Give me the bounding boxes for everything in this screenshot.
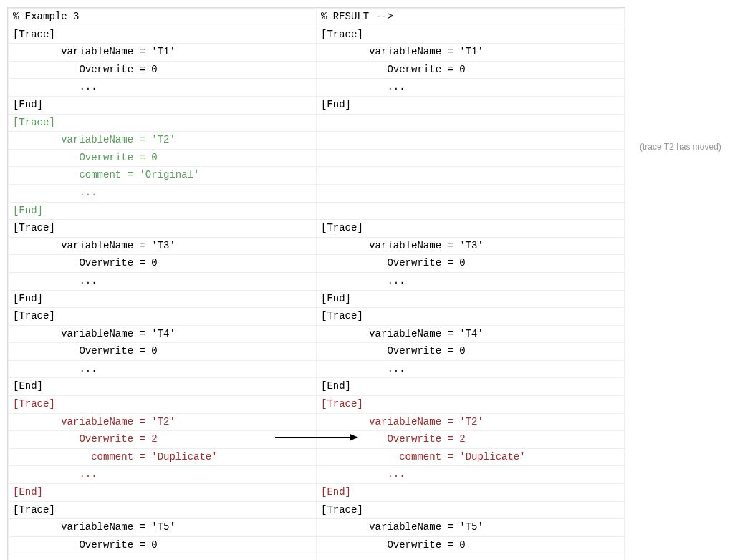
right-cell: [End] <box>317 484 625 502</box>
left-cell: [End] <box>9 96 317 114</box>
left-cell: [End] <box>9 484 317 502</box>
left-cell: Overwrite = 0 <box>9 255 317 273</box>
diff-row: Overwrite = 2 Overwrite = 2 <box>9 431 625 449</box>
diff-row: comment = 'Original' <box>9 167 625 185</box>
left-cell: [End] <box>9 202 317 220</box>
diff-row: ... ... <box>9 554 625 560</box>
right-cell: variableName = 'T1' <box>317 44 625 62</box>
left-cell: comment = 'Original' <box>9 167 317 185</box>
diff-row: [Trace][Trace] <box>9 220 625 238</box>
right-cell: variableName = 'T4' <box>317 325 625 343</box>
right-cell: ... <box>317 360 625 378</box>
left-cell: ... <box>9 184 317 202</box>
right-cell: Overwrite = 0 <box>317 255 625 273</box>
left-cell: ... <box>9 554 317 560</box>
diff-row: Overwrite = 0 Overwrite = 0 <box>9 536 625 554</box>
right-cell <box>317 149 625 167</box>
diff-row: [Trace][Trace] <box>9 501 625 519</box>
right-cell: Overwrite = 0 <box>317 61 625 79</box>
left-cell: Overwrite = 0 <box>9 536 317 554</box>
diff-row: ... ... <box>9 360 625 378</box>
diff-row: variableName = 'T2' <box>9 132 625 150</box>
left-cell: ... <box>9 79 317 97</box>
diff-row: [Trace][Trace] <box>9 396 625 414</box>
left-cell: [Trace] <box>9 26 317 44</box>
left-cell: variableName = 'T4' <box>9 325 317 343</box>
diff-row: [Trace][Trace] <box>9 26 625 44</box>
right-cell: ... <box>317 79 625 97</box>
right-cell <box>317 167 625 185</box>
right-cell: ... <box>317 466 625 484</box>
diff-row: ... <box>9 184 625 202</box>
left-cell: [Trace] <box>9 114 317 132</box>
right-cell: Overwrite = 0 <box>317 343 625 361</box>
diff-row: Overwrite = 0 Overwrite = 0 <box>9 61 625 79</box>
right-cell: % RESULT --> <box>317 9 625 26</box>
left-cell: [Trace] <box>9 501 317 519</box>
diff-row: ... ... <box>9 466 625 484</box>
diff-row: [End][End] <box>9 378 625 396</box>
left-cell: [End] <box>9 290 317 308</box>
right-cell: [End] <box>317 378 625 396</box>
left-cell: Overwrite = 0 <box>9 61 317 79</box>
left-cell: variableName = 'T1' <box>9 44 317 62</box>
diff-row: Overwrite = 0 Overwrite = 0 <box>9 255 625 273</box>
diff-row: Overwrite = 0 Overwrite = 0 <box>9 343 625 361</box>
right-cell <box>317 184 625 202</box>
left-cell: variableName = 'T5' <box>9 519 317 537</box>
right-cell: [End] <box>317 290 625 308</box>
right-cell: variableName = 'T5' <box>317 519 625 537</box>
right-cell: ... <box>317 272 625 290</box>
diff-row: comment = 'Duplicate' comment = 'Duplica… <box>9 448 625 466</box>
right-cell: [End] <box>317 96 625 114</box>
diff-row: [End][End] <box>9 290 625 308</box>
left-cell: Overwrite = 0 <box>9 343 317 361</box>
right-cell: [Trace] <box>317 501 625 519</box>
right-cell: Overwrite = 0 <box>317 536 625 554</box>
right-cell: ... <box>317 554 625 560</box>
right-cell <box>317 114 625 132</box>
right-cell: [Trace] <box>317 396 625 414</box>
diff-row: [End][End] <box>9 484 625 502</box>
left-cell: variableName = 'T2' <box>9 132 317 150</box>
left-cell: [Trace] <box>9 220 317 238</box>
diff-row: variableName = 'T4' variableName = 'T4' <box>9 325 625 343</box>
diff-row: [End] <box>9 202 625 220</box>
diff-table: % Example 3% RESULT -->[Trace][Trace] va… <box>7 7 625 560</box>
left-cell: [Trace] <box>9 396 317 414</box>
right-cell: [Trace] <box>317 308 625 326</box>
diff-row: variableName = 'T1' variableName = 'T1' <box>9 44 625 62</box>
diff-row: [Trace] <box>9 114 625 132</box>
diff-row: ... ... <box>9 79 625 97</box>
left-cell: comment = 'Duplicate' <box>9 448 317 466</box>
svg-marker-1 <box>350 434 358 441</box>
side-note: (trace T2 has moved) <box>640 142 721 152</box>
right-cell: [Trace] <box>317 26 625 44</box>
diff-row: % Example 3% RESULT --> <box>9 9 625 26</box>
left-cell: Overwrite = 2 <box>9 431 317 449</box>
right-cell: variableName = 'T3' <box>317 237 625 255</box>
diff-row: [End][End] <box>9 96 625 114</box>
right-cell <box>317 202 625 220</box>
diff-row: variableName = 'T3' variableName = 'T3' <box>9 237 625 255</box>
diff-row: ... ... <box>9 272 625 290</box>
diff-row: variableName = 'T5' variableName = 'T5' <box>9 519 625 537</box>
left-cell: % Example 3 <box>9 9 317 26</box>
left-cell: [End] <box>9 378 317 396</box>
left-cell: ... <box>9 360 317 378</box>
left-cell: Overwrite = 0 <box>9 149 317 167</box>
right-cell <box>317 132 625 150</box>
diff-row: variableName = 'T2' variableName = 'T2' <box>9 413 625 431</box>
right-cell: comment = 'Duplicate' <box>317 448 625 466</box>
left-cell: variableName = 'T3' <box>9 237 317 255</box>
left-cell: ... <box>9 272 317 290</box>
diff-row: Overwrite = 0 <box>9 149 625 167</box>
right-cell: [Trace] <box>317 220 625 238</box>
left-cell: ... <box>9 466 317 484</box>
right-cell: variableName = 'T2' <box>317 413 625 431</box>
right-cell: Overwrite = 2 <box>317 431 625 449</box>
diff-row: [Trace][Trace] <box>9 308 625 326</box>
left-cell: variableName = 'T2' <box>9 413 317 431</box>
left-cell: [Trace] <box>9 308 317 326</box>
